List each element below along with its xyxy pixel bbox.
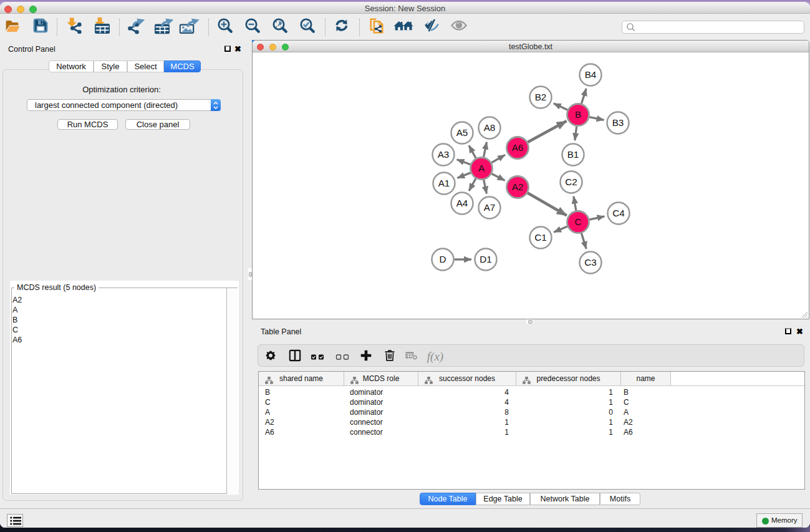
svg-text:A3: A3 (438, 149, 450, 160)
svg-text:C: C (574, 216, 581, 227)
svg-text:A7: A7 (484, 202, 496, 213)
svg-text:B2: B2 (535, 92, 547, 102)
svg-text:A6: A6 (512, 142, 524, 153)
svg-text:A8: A8 (484, 122, 496, 133)
svg-text:D1: D1 (480, 254, 492, 264)
svg-text:A: A (478, 163, 485, 173)
svg-text:D: D (439, 254, 446, 264)
svg-text:A2: A2 (512, 181, 524, 192)
svg-text:C2: C2 (565, 177, 577, 187)
svg-text:A4: A4 (456, 198, 468, 208)
svg-text:B4: B4 (585, 69, 597, 80)
svg-text:A5: A5 (456, 127, 468, 138)
svg-text:C3: C3 (584, 257, 597, 268)
svg-text:A1: A1 (438, 178, 450, 188)
svg-text:C1: C1 (534, 232, 547, 243)
svg-text:C4: C4 (612, 208, 625, 218)
svg-text:B1: B1 (567, 149, 579, 160)
svg-text:B: B (575, 109, 581, 120)
svg-text:B3: B3 (612, 117, 624, 128)
